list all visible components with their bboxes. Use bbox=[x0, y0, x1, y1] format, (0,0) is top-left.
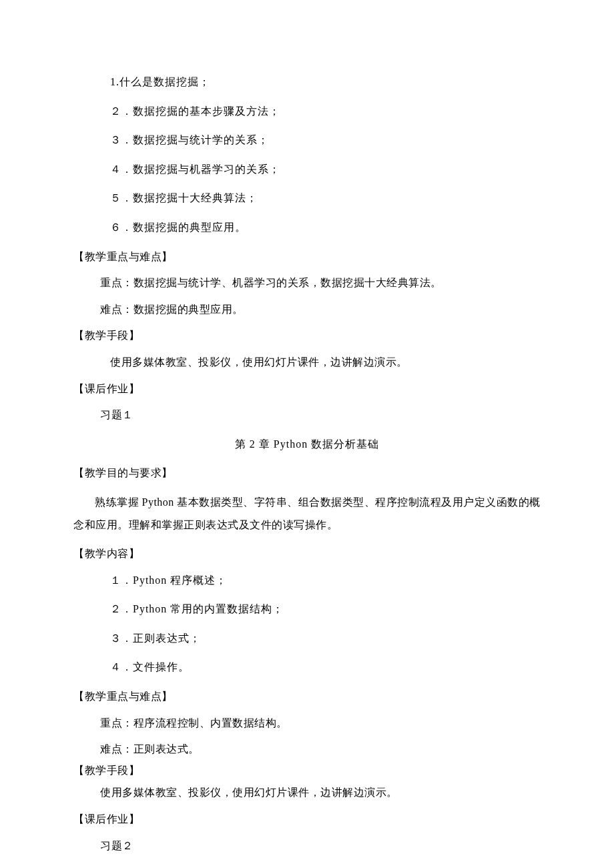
ch2-content-item-3: ３．正则表达式； bbox=[110, 630, 541, 647]
ch1-focus-label: 【教学重点与难点】 bbox=[73, 248, 541, 266]
ch2-focus-label: 【教学重点与难点】 bbox=[73, 688, 541, 705]
ch2-homework-text: 习题２ bbox=[100, 837, 541, 855]
ch2-method-label: 【教学手段】 bbox=[73, 762, 541, 779]
ch1-method-label: 【教学手段】 bbox=[73, 327, 541, 344]
ch2-homework-label: 【课后作业】 bbox=[73, 811, 541, 828]
ch1-content-item-4: ４．数据挖掘与机器学习的关系； bbox=[110, 161, 541, 178]
ch1-method-text: 使用多媒体教室、投影仪，使用幻灯片课件，边讲解边演示。 bbox=[110, 354, 541, 371]
ch1-focus-difficult: 难点：数据挖掘的典型应用。 bbox=[100, 301, 541, 318]
ch1-content-item-3: ３．数据挖掘与统计学的关系； bbox=[110, 131, 541, 149]
ch2-content-label: 【教学内容】 bbox=[73, 545, 541, 562]
ch1-content-item-2: ２．数据挖掘的基本步骤及方法； bbox=[110, 103, 541, 120]
ch2-content-item-1: １．Python 程序概述； bbox=[110, 572, 541, 589]
ch1-focus-key: 重点：数据挖掘与统计学、机器学习的关系，数据挖掘十大经典算法。 bbox=[100, 274, 541, 292]
ch1-homework-text: 习题１ bbox=[100, 406, 541, 424]
ch2-content-item-2: ２．Python 常用的内置数据结构； bbox=[110, 600, 541, 618]
ch2-focus-key: 重点：程序流程控制、内置数据结构。 bbox=[100, 715, 541, 732]
ch1-content-item-6: ６．数据挖掘的典型应用。 bbox=[110, 219, 541, 236]
ch2-title: 第 2 章 Python 数据分析基础 bbox=[73, 436, 541, 453]
ch2-focus-difficult: 难点：正则表达式。 bbox=[100, 741, 541, 758]
ch2-objective-text: 熟练掌握 Python 基本数据类型、字符串、组合数据类型、程序控制流程及用户定… bbox=[73, 491, 541, 536]
ch2-objective-label: 【教学目的与要求】 bbox=[73, 464, 541, 482]
ch2-content-item-4: ４．文件操作。 bbox=[110, 659, 541, 676]
ch1-content-item-5: ５．数据挖掘十大经典算法； bbox=[110, 189, 541, 207]
ch2-method-text: 使用多媒体教室、投影仪，使用幻灯片课件，边讲解边演示。 bbox=[100, 784, 541, 801]
ch1-homework-label: 【课后作业】 bbox=[73, 380, 541, 398]
ch1-content-item-1: 1.什么是数据挖掘； bbox=[110, 73, 541, 91]
